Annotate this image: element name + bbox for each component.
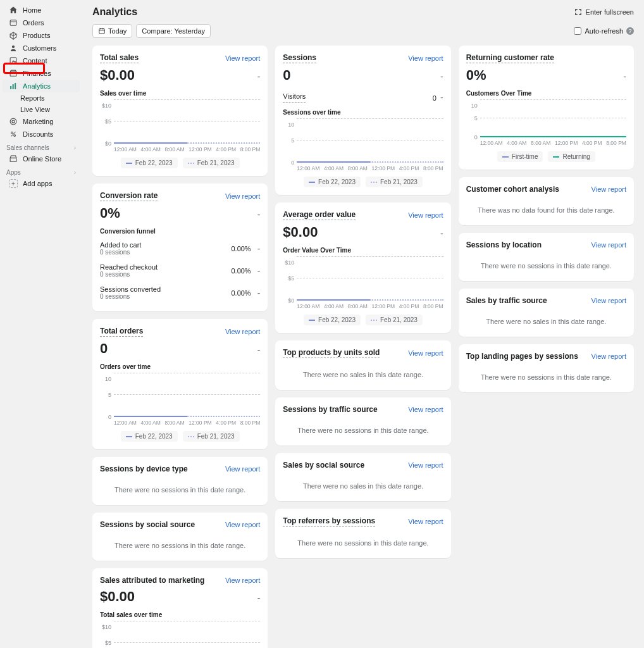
marketing-icon: [9, 117, 18, 126]
sidebar-item-analytics[interactable]: Analytics: [3, 80, 80, 92]
compare-button[interactable]: Compare: Yesterday: [136, 24, 211, 38]
x-tick: 4:00 PM: [399, 303, 419, 309]
compare-label: Compare: Yesterday: [142, 27, 205, 35]
home-icon: [9, 6, 18, 15]
chart-label: Orders over time: [100, 363, 260, 370]
legend-first-time: First-time: [497, 151, 543, 162]
view-report-link[interactable]: View report: [408, 518, 443, 525]
comparison-dash: -: [257, 593, 261, 603]
chevron-right-icon[interactable]: ›: [74, 169, 76, 176]
view-report-link[interactable]: View report: [591, 185, 626, 193]
sidebar-sub-reports[interactable]: Reports: [0, 92, 82, 104]
customers-over-time-chart: 0510 12:00 AM4:00 AM8:00 AM12:00 PM4:00 …: [466, 99, 626, 162]
view-report-link[interactable]: View report: [408, 349, 443, 357]
x-tick: 12:00 AM: [480, 140, 503, 146]
metric-value: $0.00: [100, 589, 135, 605]
sidebar-item-finances[interactable]: Finances: [3, 67, 80, 80]
date-range-button[interactable]: Today: [92, 24, 132, 38]
help-icon[interactable]: ?: [626, 27, 634, 35]
view-report-link[interactable]: View report: [225, 192, 260, 200]
view-report-link[interactable]: View report: [225, 521, 260, 528]
card-sessions-device: Sessions by device type View report Ther…: [92, 457, 268, 505]
view-report-link[interactable]: View report: [591, 241, 626, 249]
plus-icon: +: [9, 179, 18, 188]
svg-point-1: [12, 46, 15, 48]
auto-refresh-checkbox[interactable]: [574, 27, 581, 35]
metric-value: 0: [283, 67, 290, 84]
svg-rect-5: [13, 84, 14, 89]
view-report-link[interactable]: View report: [225, 54, 260, 62]
enter-fullscreen-button[interactable]: Enter fullscreen: [574, 8, 634, 16]
sidebar-item-label: Finances: [23, 70, 51, 77]
sidebar-sub-liveview[interactable]: Live View: [0, 104, 82, 115]
view-report-link[interactable]: View report: [225, 576, 260, 584]
y-tick: $5: [288, 275, 294, 282]
view-report-link[interactable]: View report: [225, 465, 260, 473]
view-report-link[interactable]: View report: [408, 211, 443, 219]
empty-state: There was no data found for this date ra…: [466, 197, 626, 218]
y-tick: 0: [108, 414, 111, 420]
main-content: Analytics Enter fullscreen Today Compare…: [82, 0, 644, 648]
sidebar-item-home[interactable]: Home: [3, 4, 80, 16]
view-report-link[interactable]: View report: [591, 297, 626, 304]
svg-point-8: [12, 120, 15, 123]
card-title: Sessions by social source: [100, 520, 195, 529]
sidebar-item-marketing[interactable]: Marketing: [3, 115, 80, 128]
sidebar: Home Orders Products Customers Content F…: [0, 0, 82, 648]
x-tick: 4:00 PM: [582, 140, 602, 146]
page-title: Analytics: [92, 6, 137, 18]
sidebar-item-label: Marketing: [23, 118, 53, 125]
sidebar-item-content[interactable]: Content: [3, 54, 80, 67]
x-tick: 12:00 PM: [372, 165, 395, 171]
x-tick: 4:00 PM: [216, 420, 236, 426]
card-sessions: Sessions View report 0- Visitors0 - Sess…: [275, 46, 450, 195]
svg-rect-6: [15, 83, 16, 89]
customers-icon: [9, 44, 18, 53]
view-report-link[interactable]: View report: [408, 54, 443, 62]
metric-value: 0%: [100, 205, 120, 221]
y-tick: $10: [102, 624, 111, 630]
empty-state: There were no sessions in this date rang…: [283, 418, 443, 438]
sidebar-item-online-store[interactable]: Online Store: [3, 153, 80, 165]
x-tick: 8:00 PM: [423, 165, 443, 171]
empty-state: There were no sessions in this date rang…: [466, 253, 626, 273]
card-returning-rate: Returning customer rate 0%- Customers Ov…: [459, 46, 634, 170]
funnel-row: Added to cart0 sessions0.00%-: [100, 237, 260, 259]
sidebar-item-products[interactable]: Products: [3, 29, 80, 42]
chevron-right-icon[interactable]: ›: [74, 144, 76, 151]
x-tick: 12:00 PM: [189, 420, 211, 426]
x-tick: 4:00 AM: [507, 140, 526, 146]
auto-refresh-toggle[interactable]: Auto-refresh ?: [574, 27, 634, 35]
metric-value: 0%: [466, 67, 486, 84]
y-tick: 0: [474, 134, 478, 140]
view-report-link[interactable]: View report: [225, 328, 260, 335]
card-sales-traffic: Sales by traffic source View report Ther…: [459, 289, 634, 337]
view-report-link[interactable]: View report: [408, 406, 443, 413]
view-report-link[interactable]: View report: [591, 352, 626, 360]
view-report-link[interactable]: View report: [408, 461, 443, 469]
legend-previous: Feb 21, 2023: [366, 177, 423, 187]
x-tick: 12:00 PM: [189, 146, 211, 153]
comparison-dash: -: [257, 72, 261, 82]
svg-point-7: [10, 118, 16, 125]
x-tick: 8:00 AM: [348, 165, 368, 171]
legend-current: Feb 22, 2023: [121, 158, 178, 168]
sidebar-item-orders[interactable]: Orders: [3, 16, 80, 29]
sidebar-item-label: Products: [23, 32, 50, 39]
svg-rect-0: [10, 20, 16, 25]
y-tick: 10: [105, 376, 111, 382]
x-tick: 8:00 PM: [240, 146, 261, 153]
empty-state: There were no sales in this date range.: [466, 309, 626, 329]
x-tick: 8:00 PM: [606, 140, 626, 146]
card-top-products: Top products by units sold View report T…: [275, 340, 450, 390]
fullscreen-icon: [574, 8, 582, 16]
comparison-dash: -: [440, 72, 443, 82]
x-tick: 8:00 AM: [348, 303, 368, 309]
empty-state: There were no sales in this date range.: [283, 362, 443, 382]
x-tick: 12:00 AM: [297, 303, 319, 309]
sidebar-item-add-apps[interactable]: + Add apps: [3, 177, 80, 190]
sidebar-item-discounts[interactable]: Discounts: [3, 128, 80, 140]
card-title: Sales attributed to marketing: [100, 576, 204, 585]
card-title: Top products by units sold: [283, 348, 380, 358]
sidebar-item-customers[interactable]: Customers: [3, 42, 80, 54]
